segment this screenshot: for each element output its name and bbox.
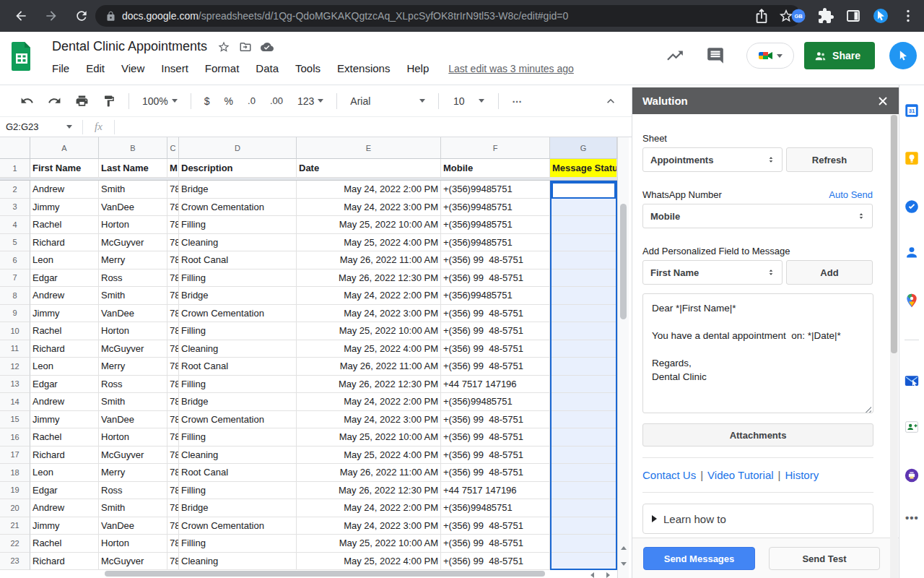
cell-G22[interactable]: [550, 535, 617, 553]
cell-C6[interactable]: 78: [167, 251, 179, 269]
cell-B1[interactable]: Last Name: [99, 159, 167, 178]
row-header-22[interactable]: 22: [0, 535, 30, 553]
cell-G9[interactable]: [550, 305, 617, 323]
menu-view[interactable]: View: [121, 62, 144, 74]
forward-icon[interactable]: [42, 7, 61, 25]
cell-F18[interactable]: +(356) 99 48-5751: [441, 464, 550, 482]
cell-G17[interactable]: [550, 447, 617, 465]
cell-A4[interactable]: Rachel: [30, 216, 99, 234]
cell-E9[interactable]: May 24, 2022 3:00 PM: [297, 305, 441, 323]
last-edit-link[interactable]: Last edit was 3 minutes ago: [448, 63, 574, 74]
cell-C2[interactable]: 78: [167, 181, 179, 199]
cell-F10[interactable]: +(356) 99 48-5751: [441, 322, 550, 340]
cell-D3[interactable]: Crown Cementation: [179, 199, 297, 217]
cell-A3[interactable]: Jimmy: [30, 199, 99, 217]
increase-decimal-button[interactable]: .00: [270, 95, 283, 106]
cell-F15[interactable]: +(356) 99 48-5751: [441, 411, 550, 429]
cell-G23[interactable]: [550, 553, 617, 571]
send-messages-button[interactable]: Send Messages: [643, 547, 755, 570]
print-icon[interactable]: [72, 92, 91, 111]
cell-D2[interactable]: Bridge: [179, 181, 297, 199]
cell-C4[interactable]: 78: [167, 216, 179, 234]
row-header-18[interactable]: 18: [0, 464, 30, 482]
cell-F12[interactable]: +(356) 99 48-5751: [441, 358, 550, 376]
cell-B2[interactable]: Smith: [99, 181, 167, 199]
cell-D10[interactable]: Filling: [179, 322, 297, 340]
cell-A22[interactable]: Rachel: [30, 535, 99, 553]
cell-G3[interactable]: [550, 199, 617, 217]
formula-input[interactable]: [115, 117, 632, 137]
cell-G10[interactable]: [550, 322, 617, 340]
extension-badge-icon[interactable]: GB: [790, 7, 807, 25]
row-header-6[interactable]: 6: [0, 251, 30, 269]
menu-insert[interactable]: Insert: [161, 62, 188, 74]
cell-C21[interactable]: 78: [167, 517, 179, 535]
comments-icon[interactable]: [706, 46, 725, 65]
sidebar-scrollbar[interactable]: [890, 115, 898, 578]
cell-C3[interactable]: 78: [167, 199, 179, 217]
cell-G15[interactable]: [550, 411, 617, 429]
row-header-17[interactable]: 17: [0, 447, 30, 465]
cell-E20[interactable]: May 24, 2022 2:00 PM: [297, 499, 441, 517]
move-folder-icon[interactable]: [239, 40, 252, 53]
cell-G5[interactable]: [550, 234, 617, 252]
cell-D1[interactable]: Description: [179, 159, 297, 178]
row-header-9[interactable]: 9: [0, 305, 30, 323]
auto-send-link[interactable]: Auto Send: [829, 189, 873, 200]
cell-G20[interactable]: [550, 499, 617, 517]
cell-D4[interactable]: Filling: [179, 216, 297, 234]
format-percent-button[interactable]: %: [225, 95, 233, 107]
cell-E13[interactable]: May 26, 2022 12:30 PM: [297, 376, 441, 394]
profile-avatar[interactable]: [889, 42, 917, 69]
cell-B15[interactable]: VanDee: [99, 411, 167, 429]
cell-F13[interactable]: +44 7517 147196: [441, 376, 550, 394]
sheets-logo-icon[interactable]: [10, 40, 33, 72]
cell-D21[interactable]: Crown Cementation: [179, 517, 297, 535]
row-header-3[interactable]: 3: [0, 199, 30, 217]
cell-C19[interactable]: 78: [167, 482, 179, 500]
select-all-corner[interactable]: [0, 137, 30, 159]
cell-C10[interactable]: 78: [167, 322, 179, 340]
cell-F11[interactable]: +(356) 99 48-5751: [441, 340, 550, 358]
font-size-select[interactable]: 10: [452, 95, 485, 107]
activity-trend-icon[interactable]: [666, 46, 684, 65]
cell-C9[interactable]: 78: [167, 305, 179, 323]
cell-F3[interactable]: +(356)99485751: [441, 199, 550, 217]
menu-data[interactable]: Data: [256, 62, 279, 74]
video-tutorial-link[interactable]: Video Tutorial: [707, 469, 773, 481]
column-header-G[interactable]: G: [550, 137, 617, 159]
cell-C23[interactable]: 78: [167, 553, 179, 571]
side-panel-icon[interactable]: [845, 7, 862, 25]
cell-B23[interactable]: McGuyver: [99, 553, 167, 571]
cell-C16[interactable]: 78: [167, 428, 179, 447]
scroll-right-icon[interactable]: [602, 569, 614, 578]
whatsapp-number-select[interactable]: Mobile: [642, 204, 873, 228]
cursor-extension-icon[interactable]: [872, 7, 889, 25]
cell-D22[interactable]: Filling: [179, 535, 297, 553]
cell-F20[interactable]: +(356)99485751: [441, 499, 550, 517]
toolbar-more-button[interactable]: ⋯: [512, 95, 522, 107]
row-header-2[interactable]: 2: [0, 181, 30, 199]
cell-F4[interactable]: +(356)99485751: [441, 216, 550, 234]
cell-D12[interactable]: Root Canal: [179, 358, 297, 376]
cell-A10[interactable]: Rachel: [30, 322, 99, 340]
cell-E22[interactable]: May 25, 2022 10:00 AM: [297, 535, 441, 553]
cell-A9[interactable]: Jimmy: [30, 305, 99, 323]
row-header-16[interactable]: 16: [0, 428, 30, 447]
cell-G19[interactable]: [550, 482, 617, 500]
cell-D7[interactable]: Filling: [179, 269, 297, 288]
cell-A14[interactable]: Andrew: [30, 393, 99, 411]
cell-B20[interactable]: Smith: [99, 499, 167, 517]
row-header-23[interactable]: 23: [0, 553, 30, 571]
menu-extensions[interactable]: Extensions: [337, 62, 390, 74]
cell-C17[interactable]: 78: [167, 447, 179, 465]
cell-E1[interactable]: Date: [297, 159, 441, 178]
cell-B17[interactable]: McGuyver: [99, 447, 167, 465]
tasks-icon[interactable]: [904, 199, 920, 215]
cell-E14[interactable]: May 24, 2022 2:00 PM: [297, 393, 441, 411]
scroll-down-icon[interactable]: [618, 558, 629, 569]
contacts-icon[interactable]: [904, 244, 920, 260]
cell-B11[interactable]: McGuyver: [99, 340, 167, 358]
cell-E8[interactable]: May 24, 2022 2:00 PM: [297, 287, 441, 305]
doc-title[interactable]: Dental Clinic Appointments: [52, 39, 207, 54]
